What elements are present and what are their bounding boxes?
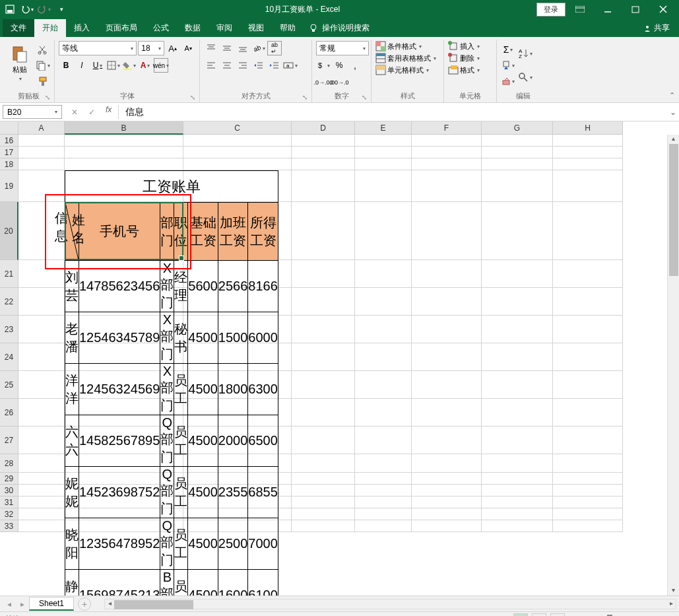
cell[interactable] [18, 508, 65, 520]
align-right-icon[interactable] [236, 58, 250, 73]
copy-icon[interactable]: ▾ [36, 58, 50, 73]
cell[interactable] [355, 135, 412, 147]
cell[interactable] [18, 288, 65, 316]
table-cell[interactable]: Q部门 [160, 415, 174, 467]
table-cell[interactable]: 4500 [188, 467, 218, 518]
cell[interactable] [292, 147, 355, 158]
row-header-33[interactable]: 33 [0, 520, 18, 532]
cell[interactable] [65, 147, 183, 158]
scroll-left-icon[interactable]: ◂ [105, 599, 114, 609]
number-launcher-icon[interactable]: ⤡ [362, 94, 367, 101]
table-cell[interactable]: 7000 [248, 518, 278, 570]
cell[interactable] [553, 496, 623, 508]
cell[interactable] [553, 520, 623, 532]
col-header-H[interactable]: H [553, 121, 623, 135]
col-header-F[interactable]: F [412, 121, 482, 135]
close-icon[interactable] [650, 1, 676, 17]
row-header-20[interactable]: 20 [0, 202, 18, 260]
cell[interactable] [482, 371, 553, 399]
expand-formula-icon[interactable]: ⌄ [667, 108, 679, 117]
col-header-cell[interactable]: 职位 [174, 203, 188, 261]
cell[interactable] [355, 202, 412, 260]
cell[interactable] [482, 496, 553, 508]
cell[interactable] [18, 473, 65, 485]
cell[interactable] [292, 496, 355, 508]
cell[interactable] [482, 260, 553, 288]
formula-input[interactable]: 信息 [118, 105, 667, 119]
fill-color-icon[interactable]: ▾ [122, 58, 137, 73]
save-icon[interactable] [3, 2, 17, 17]
cell[interactable] [412, 147, 482, 158]
table-cell[interactable]: 4500 [188, 518, 218, 570]
row-header-19[interactable]: 19 [0, 170, 18, 202]
table-cell[interactable]: Q部门 [160, 518, 174, 570]
comma-icon[interactable]: , [348, 58, 362, 73]
decrease-indent-icon[interactable] [251, 58, 266, 73]
accounting-format-icon[interactable]: $▾ [316, 58, 331, 73]
cell[interactable] [292, 170, 355, 202]
table-cell[interactable]: X部门 [160, 364, 174, 415]
cell[interactable] [482, 170, 553, 202]
align-center-icon[interactable] [220, 58, 234, 73]
font-name-combo[interactable]: 等线▾ [59, 41, 137, 55]
cell[interactable] [18, 158, 65, 170]
cell[interactable] [292, 288, 355, 316]
minimize-icon[interactable] [595, 1, 621, 17]
find-select-icon[interactable]: ▾ [518, 66, 533, 88]
table-cell[interactable]: 员工 [174, 364, 188, 415]
cell[interactable] [18, 170, 65, 202]
cell[interactable] [292, 427, 355, 454]
table-cell[interactable]: 刘芸 [65, 261, 79, 312]
page-layout-view-icon[interactable] [532, 613, 546, 617]
cell[interactable] [355, 520, 412, 532]
align-bottom-icon[interactable] [236, 41, 250, 55]
wrap-text-icon[interactable]: ab↵ [267, 41, 282, 55]
cell[interactable] [412, 158, 482, 170]
accept-formula-icon[interactable]: ✓ [84, 105, 99, 120]
tab-data[interactable]: 数据 [177, 19, 209, 37]
row-header-23[interactable]: 23 [0, 316, 18, 343]
shrink-font-icon[interactable]: A▾ [181, 41, 195, 55]
table-cell[interactable]: 员工 [174, 518, 188, 570]
row-header-31[interactable]: 31 [0, 496, 18, 508]
cell[interactable] [18, 147, 65, 158]
paste-button[interactable]: 粘贴▾ [7, 41, 33, 86]
share-button[interactable]: 共享 [637, 19, 676, 37]
table-cell[interactable]: 洋洋 [65, 364, 79, 415]
decrease-decimal-icon[interactable]: .00→.0 [332, 75, 346, 90]
cell[interactable] [553, 288, 623, 316]
cell[interactable] [292, 520, 355, 532]
table-cell[interactable]: 2500 [218, 518, 248, 570]
table-cell[interactable]: 6300 [248, 364, 278, 415]
cell[interactable] [553, 170, 623, 202]
orientation-icon[interactable]: ab▾ [251, 41, 266, 55]
font-launcher-icon[interactable]: ⤡ [190, 94, 195, 101]
cell[interactable] [482, 427, 553, 454]
col-header-C[interactable]: C [183, 121, 292, 135]
table-cell[interactable]: 14785623456 [79, 261, 160, 312]
cell[interactable] [553, 485, 623, 496]
cell[interactable] [553, 343, 623, 371]
scroll-right-icon[interactable]: ▸ [666, 599, 676, 609]
tab-insert[interactable]: 插入 [66, 19, 98, 37]
col-header-B[interactable]: B [65, 121, 183, 135]
sheet-prev-icon[interactable]: ◂ [3, 599, 16, 609]
col-header-A[interactable]: A [18, 121, 65, 135]
cell[interactable] [292, 473, 355, 485]
sort-filter-icon[interactable]: AZ▾ [518, 42, 533, 65]
table-cell[interactable]: 6855 [248, 467, 278, 518]
qat-customize-icon[interactable]: ▾ [54, 2, 69, 17]
underline-icon[interactable]: U▾ [90, 58, 105, 73]
cell[interactable] [292, 135, 355, 147]
grow-font-icon[interactable]: A▴ [166, 41, 180, 55]
ribbon-display-icon[interactable] [567, 1, 593, 17]
cell[interactable] [482, 135, 553, 147]
format-table-button[interactable]: 套用表格格式▾ [375, 53, 439, 63]
table-cell[interactable]: 12456324569 [79, 364, 160, 415]
align-left-icon[interactable] [204, 58, 218, 73]
cell[interactable] [355, 427, 412, 454]
tab-file[interactable]: 文件 [3, 19, 34, 37]
col-header-cell[interactable]: 基础工资 [188, 203, 218, 261]
table-cell[interactable]: 6500 [248, 415, 278, 467]
col-header-G[interactable]: G [482, 121, 553, 135]
